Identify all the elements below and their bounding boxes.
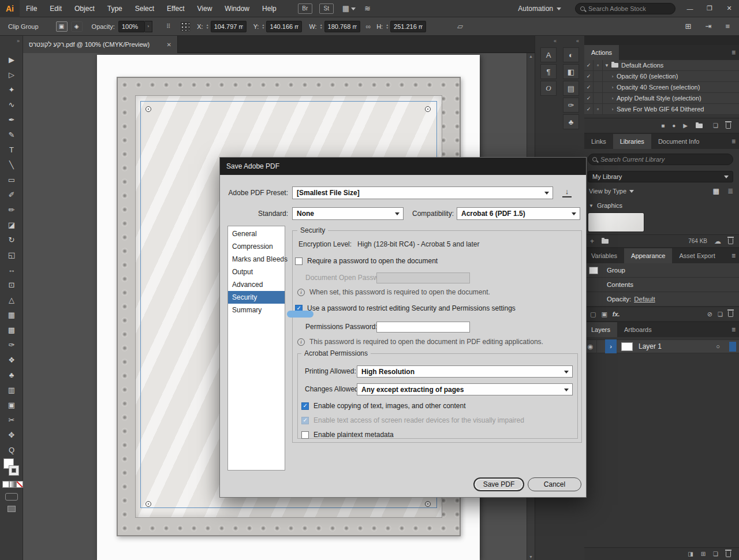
library-select[interactable]: My Library xyxy=(588,171,733,182)
tab-layers[interactable]: Layers xyxy=(584,322,617,337)
shear-icon[interactable]: ▱ xyxy=(457,22,463,31)
save-preset-icon[interactable]: ↓ xyxy=(562,188,572,197)
toggle-item-icon[interactable]: ✓ xyxy=(584,71,594,82)
delete-item-icon[interactable] xyxy=(728,311,733,317)
disclosure-right-icon[interactable]: › xyxy=(609,96,617,101)
menu-select[interactable]: Select xyxy=(129,0,161,17)
collapse-panels-icon[interactable]: « xyxy=(540,38,558,46)
eyedropper-tool[interactable]: ✑ xyxy=(0,337,23,352)
mesh-tool[interactable]: ▦ xyxy=(0,307,23,322)
list-view-icon[interactable]: ≣ xyxy=(727,187,733,195)
layer-thumbnail[interactable] xyxy=(621,342,633,351)
x-spinner[interactable]: ▲▼ xyxy=(206,24,209,29)
w-input[interactable] xyxy=(324,21,360,32)
add-asset-icon[interactable]: + xyxy=(590,237,594,245)
zoom-tool[interactable]: Q xyxy=(0,442,23,457)
new-action-icon[interactable]: ❏ xyxy=(713,122,718,129)
selection-tool[interactable]: ▶ xyxy=(0,52,23,67)
require-password-checkbox[interactable] xyxy=(295,257,303,265)
appearance-row-opacity[interactable]: Opacity: Default xyxy=(584,292,739,307)
permissions-password-field[interactable] xyxy=(376,322,470,333)
action-row[interactable]: ✓ ▫ › Save For Web GIF 64 Dithered xyxy=(584,104,739,115)
selection-handle[interactable] xyxy=(145,106,151,112)
nav-security[interactable]: Security xyxy=(228,291,285,304)
opacity-chevron-icon[interactable]: › xyxy=(145,21,152,32)
h-spinner[interactable]: ▲▼ xyxy=(386,24,389,29)
action-row[interactable]: ✓ › Apply Default Style (selection) xyxy=(584,93,739,104)
tab-appearance[interactable]: Appearance xyxy=(624,248,672,263)
selection-handle[interactable] xyxy=(425,106,431,112)
toggle-item-icon[interactable]: ✓ xyxy=(584,60,594,71)
nav-general[interactable]: General xyxy=(228,227,285,240)
stock-button[interactable]: St xyxy=(319,3,334,14)
minimize-button[interactable]: — xyxy=(680,0,700,17)
spin-down-icon[interactable]: ▼ xyxy=(386,27,389,29)
compatibility-select[interactable]: Acrobat 6 (PDF 1.5) xyxy=(457,207,580,220)
tab-links[interactable]: Links xyxy=(584,134,613,149)
scroll-down-icon[interactable]: ▼ xyxy=(529,555,533,559)
edit-contents-icon[interactable]: ◈ xyxy=(71,21,83,32)
artboard-tool[interactable]: ▣ xyxy=(0,397,23,412)
collapse-panels-icon[interactable]: « xyxy=(563,38,580,46)
stock-search-input[interactable] xyxy=(588,5,665,12)
library-search-input[interactable] xyxy=(600,156,716,163)
screen-mode-button[interactable] xyxy=(8,506,16,512)
scale-tool[interactable]: ◱ xyxy=(0,247,23,262)
close-button[interactable]: ✕ xyxy=(719,0,739,17)
appearance-row-contents[interactable]: Contents xyxy=(584,278,739,292)
width-tool[interactable]: ↔ xyxy=(0,262,23,277)
link-dimensions-icon[interactable]: ∞ xyxy=(366,23,371,31)
nav-output[interactable]: Output xyxy=(228,266,285,278)
clear-appearance-icon[interactable]: ⊘ xyxy=(707,311,712,318)
menu-view[interactable]: View xyxy=(191,0,219,17)
add-effect-icon[interactable]: fx. xyxy=(613,311,620,318)
tab-variables[interactable]: Variables xyxy=(584,248,624,263)
column-graph-tool[interactable]: ▥ xyxy=(0,382,23,397)
graphics-section-header[interactable]: ▼ Graphics xyxy=(589,202,622,209)
close-tab-icon[interactable]: ✕ xyxy=(167,42,171,48)
panel-toggle-icon[interactable]: ⇥ xyxy=(706,22,712,31)
action-row[interactable]: ✓ › Opacity 40 Screen (selection) xyxy=(584,82,739,93)
color-button[interactable] xyxy=(3,481,9,487)
save-pdf-button[interactable]: Save PDF xyxy=(473,477,524,491)
edit-clipping-path-icon[interactable]: ▣ xyxy=(56,21,68,32)
action-row[interactable]: ✓ › Opacity 60 (selection) xyxy=(584,71,739,82)
use-password-label[interactable]: Use a password to restrict editing Secur… xyxy=(307,304,516,312)
nav-marks-and-bleeds[interactable]: Marks and Bleeds xyxy=(228,253,285,266)
selection-handle[interactable] xyxy=(425,501,431,507)
magic-wand-tool[interactable]: ✦ xyxy=(0,82,23,97)
y-input[interactable] xyxy=(266,21,302,32)
menu-edit[interactable]: Edit xyxy=(43,0,68,17)
menu-type[interactable]: Type xyxy=(101,0,129,17)
type-tool[interactable]: T xyxy=(0,142,23,157)
play-icon[interactable]: ▶ xyxy=(683,122,688,129)
brushes-panel-icon[interactable]: ✑ xyxy=(563,98,579,113)
perspective-grid-tool[interactable]: △ xyxy=(0,292,23,307)
cloud-sync-icon[interactable]: ☁ xyxy=(714,237,721,245)
opacity-input[interactable] xyxy=(118,21,145,32)
panel-menu-icon[interactable]: ≡ xyxy=(731,248,736,263)
x-input[interactable] xyxy=(211,21,247,32)
changes-allowed-select[interactable]: Any except extracting of pages xyxy=(357,383,573,395)
dialog-toggle-icon[interactable]: ▫ xyxy=(594,60,603,71)
blend-tool[interactable]: ❖ xyxy=(0,352,23,367)
delete-layer-icon[interactable] xyxy=(726,551,731,557)
rectangle-tool[interactable]: ▭ xyxy=(0,172,23,187)
menu-window[interactable]: Window xyxy=(218,0,256,17)
menu-effect[interactable]: Effect xyxy=(161,0,191,17)
require-password-label[interactable]: Require a password to open the document xyxy=(307,257,438,265)
nav-summary[interactable]: Summary xyxy=(228,304,285,316)
direct-selection-tool[interactable]: ▷ xyxy=(0,67,23,82)
selection-handle[interactable] xyxy=(145,501,151,507)
toggle-item-icon[interactable]: ✓ xyxy=(584,104,594,115)
tab-libraries[interactable]: Libraries xyxy=(613,134,651,149)
disclosure-right-icon[interactable]: › xyxy=(609,85,617,90)
enable-metadata-checkbox[interactable] xyxy=(301,431,309,439)
disclosure-right-icon[interactable]: › xyxy=(609,107,617,112)
target-icon[interactable]: ○ xyxy=(716,343,720,350)
expand-panel-icon[interactable]: » xyxy=(17,38,20,44)
stop-icon[interactable]: ■ xyxy=(661,122,665,129)
arrange-documents-icon[interactable]: ⊞ xyxy=(685,22,692,31)
symbol-sprayer-tool[interactable]: ♣ xyxy=(0,367,23,382)
gradient-button[interactable] xyxy=(10,481,16,487)
